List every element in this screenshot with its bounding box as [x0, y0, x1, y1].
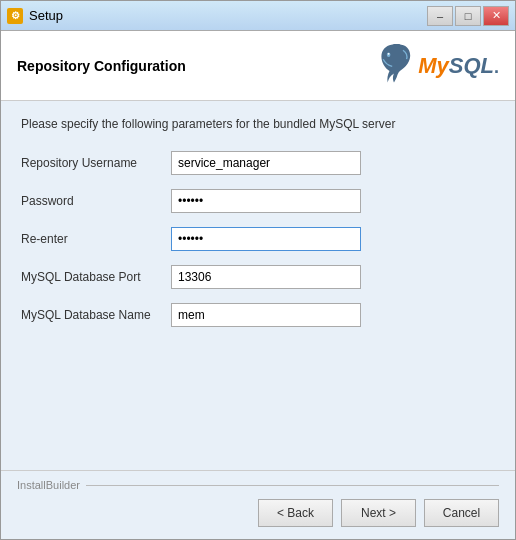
title-bar: ⚙ Setup – □ ✕	[1, 1, 515, 31]
mysql-logo: MySQL.	[374, 43, 499, 88]
password-input[interactable]	[171, 189, 361, 213]
setup-window: ⚙ Setup – □ ✕ Repository Configuration	[0, 0, 516, 540]
restore-button[interactable]: □	[455, 6, 481, 26]
content-area: Repository Configuration MySQL. Please s…	[1, 31, 515, 539]
installbuilder-label: InstallBuilder	[17, 479, 499, 491]
main-area: Please specify the following parameters …	[1, 101, 515, 470]
button-row: < Back Next > Cancel	[17, 499, 499, 527]
username-input[interactable]	[171, 151, 361, 175]
reenter-input[interactable]	[171, 227, 361, 251]
dbname-input[interactable]	[171, 303, 361, 327]
form-label-3: MySQL Database Port	[21, 270, 171, 284]
form-row-3: MySQL Database Port	[21, 265, 495, 289]
form-label-2: Re-enter	[21, 232, 171, 246]
form-container: Repository UsernamePasswordRe-enterMySQL…	[21, 151, 495, 327]
form-row-1: Password	[21, 189, 495, 213]
title-bar-controls: – □ ✕	[427, 6, 509, 26]
next-button[interactable]: Next >	[341, 499, 416, 527]
minimize-button[interactable]: –	[427, 6, 453, 26]
footer: InstallBuilder < Back Next > Cancel	[1, 470, 515, 539]
cancel-button[interactable]: Cancel	[424, 499, 499, 527]
back-button[interactable]: < Back	[258, 499, 333, 527]
svg-point-1	[388, 53, 390, 55]
form-label-1: Password	[21, 194, 171, 208]
form-row-2: Re-enter	[21, 227, 495, 251]
form-row-4: MySQL Database Name	[21, 303, 495, 327]
window-title: Setup	[29, 8, 63, 23]
title-bar-left: ⚙ Setup	[7, 8, 63, 24]
page-title: Repository Configuration	[17, 58, 186, 74]
port-input[interactable]	[171, 265, 361, 289]
form-label-0: Repository Username	[21, 156, 171, 170]
description-text: Please specify the following parameters …	[21, 117, 495, 131]
mysql-dolphin-icon	[374, 43, 414, 88]
form-label-4: MySQL Database Name	[21, 308, 171, 322]
form-row-0: Repository Username	[21, 151, 495, 175]
close-button[interactable]: ✕	[483, 6, 509, 26]
header-section: Repository Configuration MySQL.	[1, 31, 515, 101]
mysql-text: MySQL.	[418, 53, 499, 79]
app-icon: ⚙	[7, 8, 23, 24]
